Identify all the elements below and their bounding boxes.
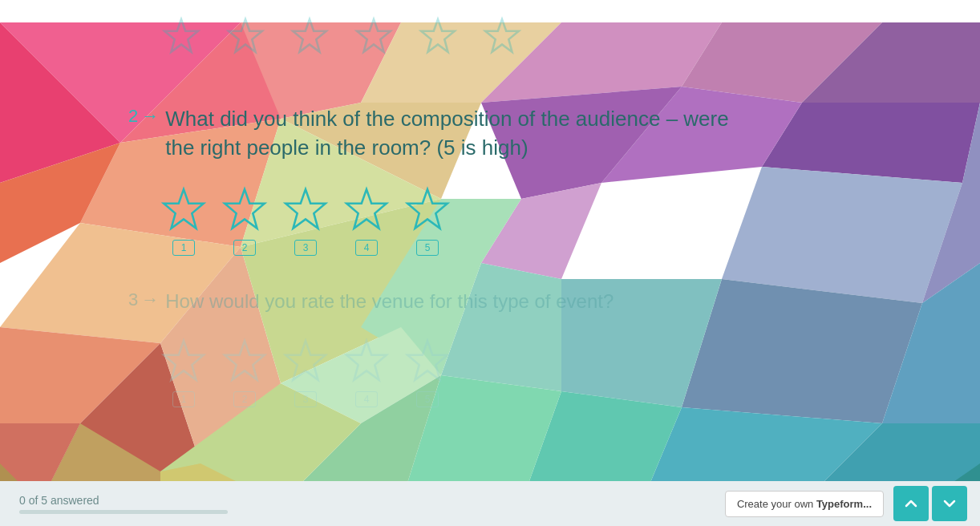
question-3-arrow: → — [141, 289, 159, 310]
star-3-4[interactable]: 4 — [342, 337, 391, 407]
question-3-text: How would you rate the venue for this ty… — [165, 288, 614, 315]
right-controls: Create your own Typeform... — [725, 486, 967, 521]
question-3-num-text: 3 — [128, 289, 138, 310]
question-2-stars: 1 2 3 4 — [159, 185, 786, 256]
question-3-header: 3 → How would you rate the venue for thi… — [128, 288, 786, 315]
deco-star-1 — [160, 16, 202, 58]
decorative-stars — [160, 16, 523, 58]
star-2-2-icon — [220, 185, 269, 235]
question-2-text: What did you think of the composition of… — [165, 104, 743, 163]
nav-down-button[interactable] — [932, 486, 967, 521]
question-2-num-text: 2 — [128, 106, 138, 127]
question-2-block: 2 → What did you think of the compositio… — [128, 104, 786, 256]
svg-marker-42 — [293, 19, 326, 52]
chevron-down-icon — [942, 496, 957, 511]
star-3-5[interactable]: 5 — [403, 337, 452, 407]
svg-marker-50 — [407, 189, 447, 229]
question-2-number: 2 → — [128, 104, 159, 127]
star-3-4-icon — [342, 337, 391, 386]
question-2-arrow: → — [141, 106, 159, 127]
svg-marker-52 — [225, 342, 265, 381]
question-3-block: 3 → How would you rate the venue for thi… — [128, 288, 786, 408]
question-2-header: 2 → What did you think of the compositio… — [128, 104, 786, 163]
deco-star-3 — [289, 16, 330, 58]
star-3-2[interactable]: 2 — [220, 337, 269, 407]
star-3-2-label: 2 — [233, 391, 256, 407]
star-3-3-label: 3 — [294, 391, 317, 407]
star-2-3[interactable]: 3 — [281, 185, 330, 256]
progress-bar-container — [19, 510, 228, 514]
question-3-number: 3 → — [128, 288, 159, 310]
star-3-3-icon — [281, 337, 330, 386]
questions-area: 2 → What did you think of the compositio… — [128, 104, 786, 439]
svg-marker-41 — [229, 19, 262, 52]
progress-section: 0 of 5 answered — [19, 494, 228, 514]
nav-up-button[interactable] — [893, 486, 929, 521]
star-2-4-label: 4 — [355, 240, 378, 256]
bottom-bar: 0 of 5 answered Create your own Typeform… — [0, 481, 980, 526]
star-2-4-icon — [342, 185, 391, 235]
content-area: 2 → What did you think of the compositio… — [0, 0, 980, 481]
svg-marker-48 — [285, 189, 326, 229]
svg-marker-45 — [485, 19, 519, 52]
star-3-5-label: 5 — [416, 391, 439, 407]
star-2-5[interactable]: 5 — [403, 185, 452, 256]
deco-star-4 — [353, 16, 395, 58]
typeform-label-plain: Create your own — [737, 498, 816, 510]
answered-text: 0 of 5 answered — [19, 494, 228, 507]
star-2-1-icon — [159, 185, 209, 235]
svg-marker-54 — [346, 342, 387, 381]
deco-star-6 — [481, 16, 523, 58]
star-3-5-icon — [403, 337, 452, 386]
deco-star-5 — [417, 16, 459, 58]
star-2-5-label: 5 — [416, 240, 439, 256]
chevron-up-icon — [904, 496, 918, 511]
question-3-stars: 1 2 3 4 — [159, 337, 786, 407]
star-2-3-label: 3 — [294, 240, 317, 256]
svg-marker-46 — [164, 189, 204, 229]
star-2-2[interactable]: 2 — [220, 185, 269, 256]
svg-marker-47 — [225, 189, 265, 229]
deco-star-2 — [225, 16, 266, 58]
svg-marker-49 — [346, 189, 387, 229]
typeform-label-bold: Typeform... — [816, 498, 872, 510]
star-2-2-label: 2 — [233, 240, 256, 256]
svg-marker-51 — [164, 342, 204, 381]
star-3-1[interactable]: 1 — [159, 337, 209, 407]
star-2-1-label: 1 — [172, 240, 195, 256]
star-3-3[interactable]: 3 — [281, 337, 330, 407]
star-3-2-icon — [220, 337, 269, 386]
star-3-4-label: 4 — [355, 391, 378, 407]
svg-marker-44 — [421, 19, 455, 52]
svg-marker-40 — [164, 19, 198, 52]
star-2-5-icon — [403, 185, 452, 235]
typeform-button[interactable]: Create your own Typeform... — [725, 491, 884, 517]
star-3-1-label: 1 — [172, 391, 195, 407]
svg-marker-53 — [285, 342, 326, 381]
svg-marker-43 — [357, 19, 391, 52]
star-3-1-icon — [159, 337, 209, 386]
star-2-3-icon — [281, 185, 330, 235]
star-2-1[interactable]: 1 — [159, 185, 209, 256]
star-2-4[interactable]: 4 — [342, 185, 391, 256]
svg-marker-55 — [407, 342, 447, 381]
